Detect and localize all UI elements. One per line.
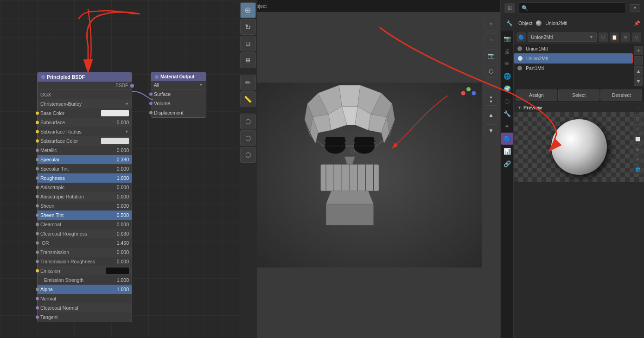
tab-scene[interactable]: 🌐 [501, 70, 513, 82]
preview-section: ▼ Preview ⋯ ⬡ ○ ⬜ ⊙ ≡ [514, 102, 644, 182]
filter-icon-button[interactable]: ▽ [632, 32, 641, 42]
emission-row[interactable]: Emission [38, 266, 132, 275]
viewport[interactable]: (1) Object ⊕ ↻ ⊡ ⊞ ✏ 📏 ⬡ ⬡ ⬡ [239, 0, 500, 338]
tangent-row[interactable]: Tangent [38, 312, 132, 322]
move-material-up-button[interactable]: ▲ [634, 66, 643, 76]
ggx-label: GGX [40, 92, 129, 97]
preview-hair-button[interactable]: ≡ [633, 155, 642, 164]
normal-row[interactable]: Normal [38, 294, 132, 303]
tab-object[interactable]: ⬡ [501, 95, 513, 107]
assign-button[interactable]: Assign [516, 89, 557, 101]
properties-icon[interactable]: 🔧 [504, 18, 515, 28]
preview-sphere-button[interactable]: ○ [633, 124, 642, 134]
ggx-row[interactable]: GGX [38, 90, 132, 99]
remove-material-button[interactable]: ✕ [621, 32, 630, 42]
ior-row[interactable]: IOR 1.450 [38, 238, 132, 248]
local-view-button[interactable]: ▲▼ [485, 93, 497, 106]
right-inner: 📷 🖨 👁 🌐 🌍 ⬡ 🔧 ✦ 🔵 📊 🔗 🔵 [501, 31, 644, 338]
roughness-row[interactable]: Roughness 1.000 [38, 173, 132, 183]
specular-tint-row[interactable]: Specular Tint 0.000 [38, 164, 132, 173]
subsurface-color-row[interactable]: Subsurface Color [38, 136, 132, 146]
transform-tool-button[interactable]: ⊞ [240, 52, 256, 68]
anisotropic-rotation-row[interactable]: Anisotropic Rotation 0.000 [38, 192, 132, 201]
material-item-union1mtl[interactable]: Union1Mtl [514, 44, 633, 53]
bsdf-node-header[interactable]: Principled BSDF [38, 72, 132, 82]
view-camera-button[interactable]: 📷 [485, 49, 497, 62]
add-mesh-button[interactable]: ⬡ [240, 130, 256, 146]
filter-dropdown[interactable]: ▼ [630, 4, 640, 12]
deselect-button[interactable]: Deselect [600, 89, 642, 101]
material-item-part1mtl[interactable]: Part1Mtl [514, 64, 633, 73]
transmission-row[interactable]: Transmission 0.000 [38, 248, 132, 257]
material-item-union2mtl[interactable]: Union2Mtl [514, 53, 633, 64]
pin-icon[interactable]: 📌 [634, 20, 640, 26]
base-color-row[interactable]: Base Color [38, 108, 132, 118]
mat-icon-btn[interactable]: 🔵 [516, 32, 526, 42]
mat-output-select[interactable]: All ▼ [151, 81, 206, 89]
subsurface-radius-row[interactable]: Subsurface Radius ▼ [38, 127, 132, 136]
emission-strength-row[interactable]: Emission Strength 1.000 [38, 275, 132, 285]
material-dropdown[interactable]: Union2Mtl ▼ [528, 32, 597, 42]
subsurface-row[interactable]: Subsurface 0.000 [38, 118, 132, 127]
preview-world-button[interactable]: 🌐 [633, 165, 642, 174]
anisotropic-row[interactable]: Anisotropic 0.000 [38, 183, 132, 192]
emission-strength-label: Emission Strength [44, 277, 115, 283]
remove-material-slot-button[interactable]: − [634, 56, 643, 65]
clearcoat-normal-row[interactable]: Clearcoat Normal [38, 303, 132, 312]
viewport-icon[interactable]: ⊞ [504, 3, 515, 13]
preview-header[interactable]: ▼ Preview ⋯ [514, 103, 644, 112]
transmission-roughness-row[interactable]: Transmission Roughness 0.000 [38, 257, 132, 266]
extrude-button[interactable]: ⬡ [240, 147, 256, 163]
sheen-tint-row[interactable]: Sheen Tint 0.500 [38, 210, 132, 220]
move-material-down-button[interactable]: ▼ [634, 77, 643, 86]
clearcoat-row[interactable]: Clearcoat 0.000 [38, 220, 132, 229]
tab-material[interactable]: 🔵 [501, 133, 513, 145]
zoom-out-button[interactable]: − [485, 33, 497, 46]
measure-button[interactable]: 📏 [240, 91, 256, 107]
right-panel-header-row: ⊞ 🔍 ▼ [501, 0, 644, 16]
transmission-roughness-label: Transmission Roughness [40, 259, 115, 264]
mat-displacement-row[interactable]: Displacement [151, 108, 206, 117]
mat-surface-row[interactable]: Surface [151, 89, 206, 99]
christensen-row[interactable]: Christensen-Burley ▼ [38, 99, 132, 108]
tab-constraints[interactable]: 🔗 [501, 158, 513, 170]
protect-icon-button[interactable]: 🛡 [599, 32, 608, 42]
preview-cylinder-button[interactable]: ⊙ [633, 145, 642, 154]
clearcoat-roughness-row[interactable]: Clearcoat Roughness 0.030 [38, 229, 132, 238]
sheen-dot [36, 204, 39, 208]
rotate-tool-button[interactable]: ↻ [240, 19, 256, 35]
specular-label: Specular [40, 157, 115, 162]
copy-icon-button[interactable]: 📋 [610, 32, 619, 42]
tab-data[interactable]: 📊 [501, 145, 513, 157]
tab-particle[interactable]: ✦ [501, 120, 513, 132]
search-input[interactable]: 🔍 [518, 2, 626, 13]
view-perspective-button[interactable]: ⬡ [485, 65, 497, 78]
tab-modifier[interactable]: 🔧 [501, 108, 513, 120]
mat-output-header[interactable]: Material Output [151, 72, 206, 81]
preview-flat-button[interactable]: ⬡ [633, 114, 642, 123]
scale-tool-button[interactable]: ⊡ [240, 36, 256, 51]
specular-row[interactable]: Specular 0.380 [38, 155, 132, 164]
metallic-row[interactable]: Metallic 0.000 [38, 146, 132, 155]
zoom-in-button[interactable]: + [485, 18, 497, 31]
select-button[interactable]: Select [558, 89, 600, 101]
tab-world[interactable]: 🌍 [501, 83, 513, 95]
move-tool-button[interactable]: ⊕ [240, 2, 256, 18]
add-cube-button[interactable]: ⬡ [240, 114, 256, 129]
filter-button[interactable]: ▲ [485, 108, 497, 121]
tab-output[interactable]: 🖨 [501, 45, 513, 57]
annotate-button[interactable]: ✏ [240, 75, 256, 90]
tab-render[interactable]: 📷 [501, 32, 513, 45]
add-material-slot-button[interactable]: + [634, 46, 643, 55]
preview-cube-button[interactable]: ⬜ [633, 134, 642, 144]
mat-volume-row[interactable]: Volume [151, 99, 206, 108]
alpha-row[interactable]: Alpha 1.000 [38, 285, 132, 294]
overlay-button[interactable]: ▼ [485, 124, 497, 137]
subsurface-label: Subsurface [40, 120, 115, 125]
base-color-swatch[interactable] [101, 110, 129, 116]
sheen-row[interactable]: Sheen 0.000 [38, 201, 132, 210]
subsurface-color-swatch[interactable] [101, 138, 129, 144]
preview-dots: ⋯ [636, 105, 640, 110]
tab-view-layer[interactable]: 👁 [501, 57, 513, 70]
emission-swatch[interactable] [106, 268, 129, 274]
